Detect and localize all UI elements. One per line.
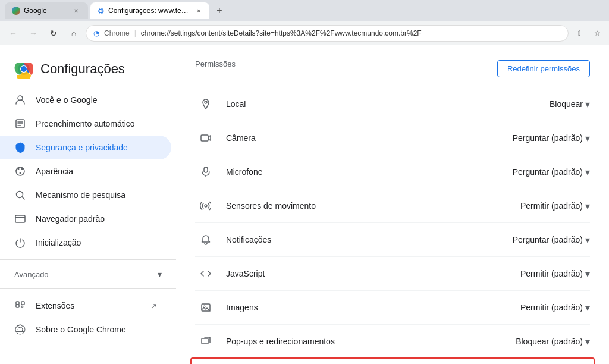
sidebar-item-extensoes[interactable]: Extensões ↗: [0, 294, 171, 318]
svg-line-14: [23, 197, 25, 200]
svg-rect-19: [21, 302, 24, 305]
sidebar-header: Configurações: [0, 55, 176, 88]
sidebar-divider: [0, 259, 176, 260]
sidebar-item-preenchimento[interactable]: Preenchimento automático: [0, 112, 171, 136]
permission-notificacoes-name: Notificações: [226, 235, 485, 244]
sensors-icon: [195, 195, 216, 216]
tab-settings-close[interactable]: ✕: [195, 6, 202, 15]
permission-local-value: Bloquear: [550, 99, 583, 109]
sidebar-item-mecanismo[interactable]: Mecanismo de pesquisa: [0, 183, 171, 207]
svg-point-20: [15, 325, 25, 334]
sidebar-item-aparencia[interactable]: Aparência: [0, 159, 171, 183]
settings-tab-icon: ⚙: [98, 7, 105, 15]
permission-camera-info: Câmera: [226, 133, 485, 143]
refresh-button[interactable]: ↻: [45, 25, 62, 42]
svg-point-3: [21, 66, 27, 72]
sidebar-item-sobre-label: Sobre o Google Chrome: [36, 325, 126, 334]
chevron-down-icon: ▾: [585, 268, 590, 280]
sidebar-item-navegador[interactable]: Navegador padrão: [0, 207, 171, 231]
about-chrome-icon: [14, 324, 26, 335]
chevron-down-icon: ▾: [585, 336, 590, 347]
permission-row-notificacoes: Notificações Perguntar (padrão) ▾: [195, 223, 590, 257]
permission-sensores-name: Sensores de movimento: [226, 201, 485, 211]
power-icon: [14, 237, 26, 249]
tab-google-label: Google: [24, 7, 47, 15]
back-button[interactable]: ←: [5, 25, 21, 42]
sidebar: Configurações Você e o Google Preenchime…: [0, 45, 176, 364]
bookmark-button[interactable]: ☆: [590, 26, 604, 40]
chevron-down-icon: ▾: [158, 269, 162, 279]
main-layout: Configurações Você e o Google Preenchime…: [0, 45, 609, 364]
permission-notificacoes-select[interactable]: Perguntar (padrão) ▾: [495, 234, 590, 246]
person-icon: [14, 94, 26, 106]
permission-popups-name: Pop-ups e redirecionamentos: [226, 337, 485, 346]
share-button[interactable]: ⇧: [572, 26, 586, 40]
browser-tab-bar: Google ✕ ⚙ Configurações: www.tecmundo.c…: [0, 0, 609, 21]
tab-settings[interactable]: ⚙ Configurações: www.tecmundo.c... ✕: [90, 2, 209, 19]
permission-camera-name: Câmera: [226, 133, 485, 143]
permission-local-name: Local: [226, 99, 485, 109]
address-bar: ← → ↻ ⌂ ◔ Chrome | chrome://settings/con…: [0, 21, 609, 45]
tab-google-close[interactable]: ✕: [71, 6, 81, 15]
section-title: Permissões: [195, 59, 236, 68]
permission-popups-value: Bloquear (padrão): [516, 337, 583, 346]
sidebar-item-voce-google[interactable]: Você e o Google: [0, 88, 171, 112]
sidebar-item-seguranca[interactable]: Segurança e privacidade: [0, 136, 171, 159]
new-tab-button[interactable]: +: [212, 3, 227, 18]
permission-microfone-value: Perguntar (padrão): [513, 167, 583, 177]
reset-permissions-button[interactable]: Redefinir permissões: [497, 60, 590, 77]
extensions-icon: [14, 300, 26, 312]
permission-javascript-info: JavaScript: [226, 269, 485, 278]
chrome-icon: ◔: [93, 29, 99, 37]
sidebar-title: Configurações: [40, 61, 125, 77]
permission-camera-select[interactable]: Perguntar (padrão) ▾: [495, 133, 590, 144]
tab-google[interactable]: Google ✕: [5, 2, 88, 19]
external-link-icon: ↗: [150, 302, 157, 310]
permission-javascript-value: Permitir (padrão): [520, 269, 583, 278]
permission-imagens-select[interactable]: Permitir (padrão) ▾: [495, 302, 590, 313]
permissions-header: Permissões Redefinir permissões: [195, 59, 590, 78]
permission-row-imagens: Imagens Permitir (padrão) ▾: [195, 291, 590, 325]
forward-button[interactable]: →: [25, 25, 42, 42]
permission-row-anuncios: Anúncios Bloquear se o site mostrar anún…: [190, 357, 595, 364]
shield-icon: [14, 142, 26, 153]
chevron-down-icon: ▾: [585, 133, 590, 144]
search-icon: [14, 189, 26, 201]
permission-row-microfone: Microfone Perguntar (padrão) ▾: [195, 155, 590, 189]
sidebar-item-seguranca-label: Segurança e privacidade: [36, 143, 128, 152]
permission-sensores-select[interactable]: Permitir (padrão) ▾: [495, 200, 590, 212]
permission-row-local: Local Bloquear ▾: [195, 87, 590, 121]
url-chrome-label: Chrome: [104, 29, 130, 37]
permission-javascript-name: JavaScript: [226, 269, 485, 278]
url-text: chrome://settings/content/siteDetails?si…: [141, 29, 561, 37]
code-icon: [195, 263, 216, 284]
svg-point-11: [21, 168, 23, 170]
chrome-logo-icon: [14, 59, 33, 79]
permission-row-popups: Pop-ups e redirecionamentos Bloquear (pa…: [195, 325, 590, 359]
appearance-icon: [14, 165, 26, 177]
svg-point-13: [17, 192, 23, 198]
url-bar[interactable]: ◔ Chrome | chrome://settings/content/sit…: [86, 25, 569, 42]
permission-local-select[interactable]: Bloquear ▾: [495, 99, 590, 110]
sidebar-advanced-section[interactable]: Avançado ▾: [0, 265, 176, 284]
permission-popups-select[interactable]: Bloquear (padrão) ▾: [495, 336, 590, 347]
svg-rect-29: [202, 338, 208, 344]
permission-microfone-info: Microfone: [226, 167, 485, 177]
sidebar-item-voce-google-label: Você e o Google: [36, 95, 98, 105]
permission-notificacoes-info: Notificações: [226, 235, 485, 244]
chevron-down-icon: ▾: [585, 302, 590, 313]
home-button[interactable]: ⌂: [65, 25, 82, 42]
permission-javascript-select[interactable]: Permitir (padrão) ▾: [495, 268, 590, 280]
bell-icon: [195, 229, 216, 250]
chevron-down-icon: ▾: [585, 234, 590, 246]
chevron-down-icon: ▾: [585, 99, 590, 110]
permission-microfone-select[interactable]: Perguntar (padrão) ▾: [495, 167, 590, 178]
sidebar-item-inicializacao[interactable]: Inicialização: [0, 231, 171, 255]
permission-popups-info: Pop-ups e redirecionamentos: [226, 337, 485, 346]
sidebar-item-sobre[interactable]: Sobre o Google Chrome: [0, 318, 171, 341]
sidebar-item-extensoes-label: Extensões: [36, 301, 74, 310]
svg-point-12: [20, 172, 21, 174]
permission-row-javascript: JavaScript Permitir (padrão) ▾: [195, 257, 590, 291]
browser-icon: [14, 213, 26, 225]
permission-imagens-value: Permitir (padrão): [520, 303, 583, 312]
